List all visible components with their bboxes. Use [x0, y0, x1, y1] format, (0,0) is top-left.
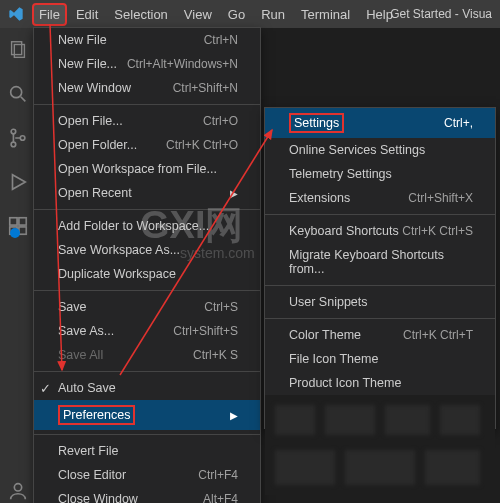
svg-point-6 — [20, 136, 25, 141]
blurred-content — [265, 395, 495, 495]
chevron-right-icon: ▶ — [230, 188, 238, 199]
menubar-go[interactable]: Go — [221, 3, 252, 26]
file-menu-item-revert-file[interactable]: Revert File — [34, 439, 260, 463]
account-icon[interactable] — [6, 479, 30, 503]
file-menu-item-open-file[interactable]: Open File...Ctrl+O — [34, 109, 260, 133]
file-menu-item-preferences[interactable]: Preferences▶ — [34, 400, 260, 430]
shortcut-text: Ctrl+Shift+S — [173, 324, 238, 338]
file-menu-item-new-window[interactable]: New WindowCtrl+Shift+N — [34, 76, 260, 100]
shortcut-text: Ctrl+O — [203, 114, 238, 128]
file-menu-item-new-file[interactable]: New File...Ctrl+Alt+Windows+N — [34, 52, 260, 76]
menu-item-label: Open Workspace from File... — [58, 162, 217, 176]
shortcut-text: Ctrl+, — [444, 116, 473, 130]
menubar-terminal[interactable]: Terminal — [294, 3, 357, 26]
menu-item-label: New File... — [58, 57, 117, 71]
menu-separator — [34, 209, 260, 210]
menu-item-label: Save As... — [58, 324, 114, 338]
svg-line-3 — [21, 97, 26, 102]
file-menu-item-open-recent[interactable]: Open Recent▶ — [34, 181, 260, 205]
menu-item-label: New File — [58, 33, 107, 47]
svg-rect-1 — [14, 45, 24, 58]
explorer-icon[interactable] — [6, 38, 30, 62]
menu-item-label: Settings — [289, 113, 344, 133]
pref-menu-item-file-icon-theme[interactable]: File Icon Theme — [265, 347, 495, 371]
shortcut-text: Ctrl+K Ctrl+S — [402, 224, 473, 238]
pref-menu-item-telemetry-settings[interactable]: Telemetry Settings — [265, 162, 495, 186]
file-menu-item-close-window[interactable]: Close WindowAlt+F4 — [34, 487, 260, 503]
debug-icon[interactable] — [6, 170, 30, 194]
extensions-icon[interactable] — [6, 214, 30, 238]
chevron-right-icon: ▶ — [230, 410, 238, 421]
menubar-run[interactable]: Run — [254, 3, 292, 26]
menu-item-label: File Icon Theme — [289, 352, 378, 366]
file-menu-item-open-workspace-from-file[interactable]: Open Workspace from File... — [34, 157, 260, 181]
svg-rect-9 — [19, 227, 26, 234]
svg-point-2 — [11, 87, 22, 98]
file-menu-item-save-workspace-as[interactable]: Save Workspace As... — [34, 238, 260, 262]
menu-item-label: Save All — [58, 348, 103, 362]
menu-separator — [34, 371, 260, 372]
file-menu-item-add-folder-to-workspace[interactable]: Add Folder to Workspace... — [34, 214, 260, 238]
menu-item-label: Save Workspace As... — [58, 243, 180, 257]
menu-item-label: Open File... — [58, 114, 123, 128]
menu-item-label: Preferences — [58, 405, 135, 425]
menu-item-label: Add Folder to Workspace... — [58, 219, 209, 233]
titlebar: File Edit Selection View Go Run Terminal… — [0, 0, 500, 28]
shortcut-text: Ctrl+F4 — [198, 468, 238, 482]
menu-item-label: Close Editor — [58, 468, 126, 482]
menu-item-label: Close Window — [58, 492, 138, 503]
file-menu-item-open-folder[interactable]: Open Folder...Ctrl+K Ctrl+O — [34, 133, 260, 157]
svg-point-5 — [11, 142, 16, 147]
source-control-icon[interactable] — [6, 126, 30, 150]
menu-item-label: Migrate Keyboard Shortcuts from... — [289, 248, 473, 276]
pref-menu-item-product-icon-theme[interactable]: Product Icon Theme — [265, 371, 495, 395]
vscode-logo-icon — [8, 6, 24, 22]
pref-menu-item-keyboard-shortcuts[interactable]: Keyboard ShortcutsCtrl+K Ctrl+S — [265, 219, 495, 243]
menu-separator — [265, 318, 495, 319]
menubar-file[interactable]: File — [32, 3, 67, 26]
shortcut-text: Ctrl+K Ctrl+O — [166, 138, 238, 152]
menu-item-label: Online Services Settings — [289, 143, 425, 157]
file-menu-item-new-file[interactable]: New FileCtrl+N — [34, 28, 260, 52]
window-title: Get Started - Visua — [390, 7, 492, 21]
menu-separator — [265, 285, 495, 286]
svg-point-4 — [11, 129, 16, 134]
svg-rect-0 — [12, 42, 22, 55]
menu-item-label: Extensions — [289, 191, 350, 205]
menu-item-label: Revert File — [58, 444, 118, 458]
file-menu-item-auto-save[interactable]: ✓Auto Save — [34, 376, 260, 400]
pref-menu-item-settings[interactable]: SettingsCtrl+, — [265, 108, 495, 138]
menu-item-label: Open Folder... — [58, 138, 137, 152]
menu-item-label: Auto Save — [58, 381, 116, 395]
menu-item-label: Telemetry Settings — [289, 167, 392, 181]
pref-menu-item-online-services-settings[interactable]: Online Services Settings — [265, 138, 495, 162]
menubar-selection[interactable]: Selection — [107, 3, 174, 26]
file-menu-dropdown: New FileCtrl+NNew File...Ctrl+Alt+Window… — [33, 27, 261, 503]
menu-item-label: Open Recent — [58, 186, 132, 200]
pref-menu-item-color-theme[interactable]: Color ThemeCtrl+K Ctrl+T — [265, 323, 495, 347]
file-menu-item-save[interactable]: SaveCtrl+S — [34, 295, 260, 319]
search-icon[interactable] — [6, 82, 30, 106]
shortcut-text: Ctrl+Shift+X — [408, 191, 473, 205]
menu-item-label: User Snippets — [289, 295, 368, 309]
pref-menu-item-user-snippets[interactable]: User Snippets — [265, 290, 495, 314]
file-menu-item-duplicate-workspace[interactable]: Duplicate Workspace — [34, 262, 260, 286]
menubar-edit[interactable]: Edit — [69, 3, 105, 26]
shortcut-text: Ctrl+N — [204, 33, 238, 47]
menu-separator — [34, 290, 260, 291]
menu-item-label: New Window — [58, 81, 131, 95]
pref-menu-item-extensions[interactable]: ExtensionsCtrl+Shift+X — [265, 186, 495, 210]
menu-item-label: Product Icon Theme — [289, 376, 401, 390]
pref-menu-item-migrate-keyboard-shortcuts-from[interactable]: Migrate Keyboard Shortcuts from... — [265, 243, 495, 281]
menubar-view[interactable]: View — [177, 3, 219, 26]
menu-item-label: Save — [58, 300, 87, 314]
menu-item-label: Duplicate Workspace — [58, 267, 176, 281]
menu-separator — [34, 434, 260, 435]
shortcut-text: Ctrl+S — [204, 300, 238, 314]
check-icon: ✓ — [40, 381, 51, 396]
shortcut-text: Ctrl+Alt+Windows+N — [127, 57, 238, 71]
activitybar — [0, 28, 36, 503]
file-menu-item-close-editor[interactable]: Close EditorCtrl+F4 — [34, 463, 260, 487]
shortcut-text: Ctrl+K Ctrl+T — [403, 328, 473, 342]
file-menu-item-save-as[interactable]: Save As...Ctrl+Shift+S — [34, 319, 260, 343]
